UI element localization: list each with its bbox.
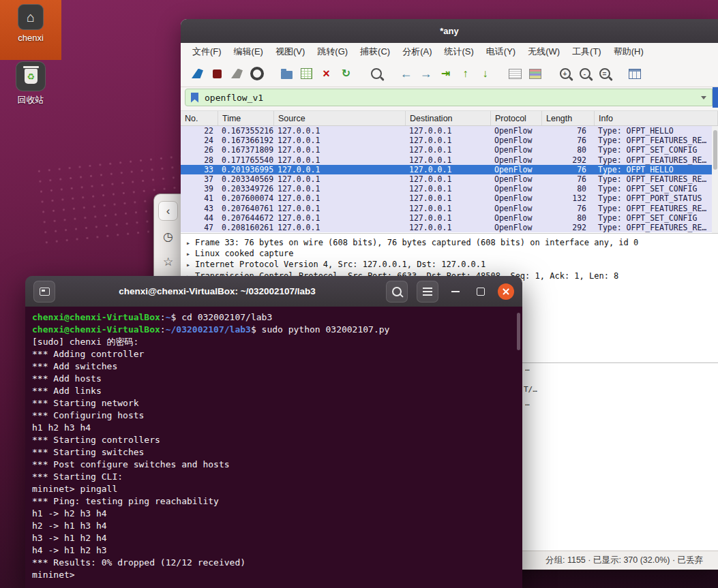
go-last-button[interactable]: ↓ (475, 64, 495, 83)
stop-capture-button[interactable] (207, 64, 227, 83)
filter-dropdown-icon[interactable] (701, 96, 706, 99)
cell-src: 127.0.0.1 (274, 145, 406, 155)
terminal-line: *** Results: 0% dropped (12/12 received) (32, 557, 513, 569)
maximize-button[interactable] (473, 283, 489, 300)
terminal-menu-button[interactable] (417, 281, 438, 303)
menu-telephony[interactable]: 电话(Y) (480, 46, 522, 58)
zoom-out-button[interactable]: - (575, 64, 595, 83)
dialog-recent-clock-button[interactable]: ◷ (159, 228, 177, 246)
packet-row[interactable]: 260.167371809127.0.0.1127.0.0.1OpenFlow8… (181, 145, 718, 155)
packet-list-scrollbar[interactable] (712, 126, 718, 233)
zoom-in-button[interactable]: + (555, 64, 575, 83)
start-capture-button[interactable] (188, 64, 207, 83)
packet-row[interactable]: 280.171765540127.0.0.1127.0.0.1OpenFlow2… (181, 155, 718, 165)
column-header-protocol[interactable]: Protocol (491, 111, 542, 125)
scrollbar-thumb[interactable] (517, 313, 520, 350)
packet-row[interactable]: 390.203349726127.0.0.1127.0.0.1OpenFlow8… (181, 184, 718, 194)
cell-dst: 127.0.0.1 (406, 184, 491, 194)
menu-view[interactable]: 视图(V) (269, 46, 311, 58)
close-file-button[interactable]: × (316, 64, 336, 83)
auto-scroll-button[interactable] (505, 64, 525, 83)
terminal-scrollbar[interactable] (516, 311, 521, 584)
colorize-button[interactable] (525, 64, 545, 83)
detail-line[interactable]: ▸Frame 33: 76 bytes on wire (608 bits), … (186, 237, 718, 248)
cell-time: 0.167355216 (218, 126, 274, 136)
reload-file-button[interactable]: ↻ (336, 64, 356, 83)
open-file-button[interactable] (277, 64, 297, 83)
terminal-search-button[interactable] (386, 281, 408, 303)
cell-len: 76 (542, 136, 595, 145)
desktop-icon-trash[interactable]: ♻ 回收站 (5, 61, 56, 106)
packet-row[interactable]: 410.207600074127.0.0.1127.0.0.1OpenFlow1… (181, 194, 718, 203)
resize-columns-button[interactable] (625, 64, 644, 83)
column-header-length[interactable]: Length (542, 111, 595, 125)
cell-info: Type: OFPT_FEATURES_RE… (595, 136, 718, 145)
toolbar-group: ←→⇥↑↓ (396, 64, 495, 83)
cell-len: 76 (542, 204, 595, 213)
terminal-line: h1 -> h2 h3 h4 (32, 508, 513, 520)
column-header-time[interactable]: Time (218, 111, 274, 125)
menu-go[interactable]: 跳转(G) (311, 46, 354, 58)
scrollbar-thumb[interactable] (713, 130, 717, 170)
filter-bookmark-icon[interactable] (191, 93, 198, 103)
restart-capture-button[interactable] (227, 64, 247, 83)
packet-row[interactable]: 470.208160261127.0.0.1127.0.0.1OpenFlow2… (181, 223, 718, 232)
expand-arrow-icon[interactable]: ▸ (186, 250, 190, 258)
menu-analyze[interactable]: 分析(A) (396, 46, 438, 58)
cell-proto: OpenFlow (491, 184, 542, 194)
detail-text: Internet Protocol Version 4, Src: 127.0.… (195, 260, 485, 269)
cell-time: 0.201936995 (218, 165, 274, 174)
terminal-text: h3 -> h1 h2 h4 (32, 533, 107, 543)
close-button[interactable] (498, 283, 514, 300)
column-header-destination[interactable]: Destination (406, 111, 491, 125)
zoom-reset-button[interactable]: = (595, 64, 614, 83)
packet-row[interactable]: 330.201936995127.0.0.1127.0.0.1OpenFlow7… (181, 165, 718, 174)
terminal-output[interactable]: chenxi@chenxi-VirtualBox:~$ cd 032002107… (25, 307, 522, 588)
detail-line[interactable]: ▸Linux cooked capture (186, 248, 718, 259)
terminal-titlebar[interactable]: chenxi@chenxi-VirtualBox: ~/032002107/la… (25, 276, 522, 307)
column-header-source[interactable]: Source (274, 111, 406, 125)
menu-edit[interactable]: 编辑(E) (228, 46, 269, 58)
menu-statistics[interactable]: 统计(S) (438, 46, 479, 58)
display-filter-input[interactable]: openflow_v1 (185, 89, 713, 106)
wireshark-titlebar[interactable]: *any (181, 19, 718, 43)
terminal-text: *** Add hosts (32, 373, 102, 384)
desktop-icon-home[interactable]: ⌂ chenxi (0, 0, 61, 60)
toolbar-group: +-= (555, 64, 614, 83)
expand-arrow-icon[interactable]: ▸ (186, 239, 190, 247)
menu-capture[interactable]: 捕获(C) (354, 46, 396, 58)
cell-no: 43 (181, 204, 218, 213)
toolbar-group (366, 64, 386, 83)
go-to-packet-button[interactable]: ⇥ (436, 64, 455, 83)
packet-row[interactable]: 220.167355216127.0.0.1127.0.0.1OpenFlow7… (181, 126, 718, 136)
packet-row[interactable]: 430.207640761127.0.0.1127.0.0.1OpenFlow7… (181, 204, 718, 213)
detail-line[interactable]: ▸Internet Protocol Version 4, Src: 127.0… (186, 259, 718, 270)
terminal-text: mininet> pingall (32, 484, 117, 494)
column-header-info[interactable]: Info (595, 111, 718, 125)
minimize-button[interactable] (447, 283, 464, 300)
packet-row[interactable]: 240.167366192127.0.0.1127.0.0.1OpenFlow7… (181, 136, 718, 145)
save-file-button[interactable] (297, 64, 316, 83)
new-terminal-button[interactable] (33, 281, 55, 303)
colorize-icon (529, 69, 541, 79)
menu-tools[interactable]: 工具(T) (566, 46, 608, 58)
go-forward-button[interactable]: → (416, 64, 436, 83)
menu-file[interactable]: 文件(F) (186, 46, 228, 58)
go-back-button[interactable]: ← (396, 64, 416, 83)
expand-arrow-icon[interactable]: ▸ (186, 261, 190, 268)
close-file-icon: × (323, 67, 330, 80)
column-header-no[interactable]: No. (181, 111, 218, 125)
packet-row[interactable]: 370.203340569127.0.0.1127.0.0.1OpenFlow7… (181, 174, 718, 184)
go-first-button[interactable]: ↑ (455, 64, 475, 83)
capture-options-button[interactable] (247, 64, 267, 83)
packet-row[interactable]: 440.207644672127.0.0.1127.0.0.1OpenFlow8… (181, 213, 718, 223)
terminal-text: *** Configuring hosts (32, 410, 144, 420)
menu-wireless[interactable]: 无线(W) (522, 46, 566, 58)
dialog-starred-star-button[interactable]: ☆ (159, 253, 177, 271)
apply-filter-button[interactable] (713, 87, 718, 108)
dialog-back-chevron-button[interactable]: ‹ (158, 201, 178, 221)
terminal-line: *** Starting controllers (32, 434, 513, 446)
cell-dst: 127.0.0.1 (406, 223, 491, 232)
menu-help[interactable]: 帮助(H) (608, 46, 650, 58)
find-packet-button[interactable] (366, 64, 386, 83)
